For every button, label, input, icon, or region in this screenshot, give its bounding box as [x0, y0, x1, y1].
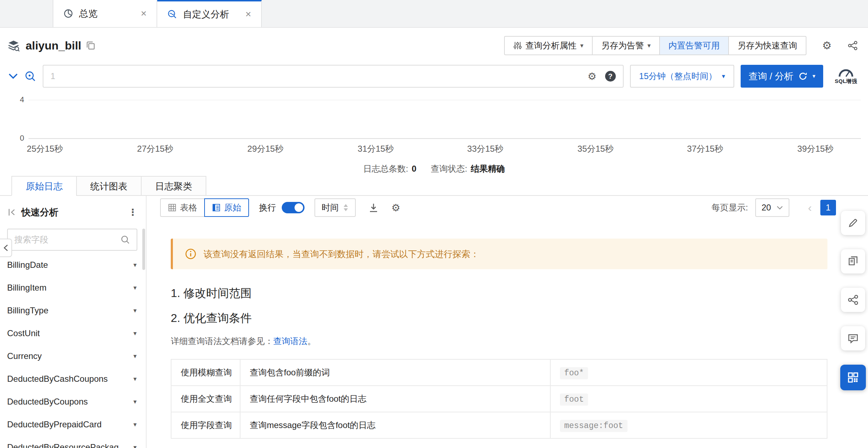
- copy-icon[interactable]: [86, 41, 95, 50]
- example-method-cell: 使用字段查询: [171, 412, 240, 438]
- pie-chart-icon: [63, 9, 73, 19]
- empty-result-area: 该查询没有返回结果，当查询不到数据时，请尝试以下方式进行探索： 1. 修改时间范…: [147, 219, 868, 439]
- console-apps-button[interactable]: [840, 365, 866, 390]
- search-history-icon[interactable]: [24, 70, 36, 82]
- collapse-panel-handle[interactable]: [0, 239, 12, 257]
- page-size-label: 每页显示:: [711, 202, 748, 213]
- field-row[interactable]: Currency▾: [0, 345, 146, 368]
- query-input[interactable]: [62, 66, 579, 87]
- y-tick: 4: [11, 95, 24, 104]
- y-tick: 0: [11, 134, 24, 143]
- table-view-button[interactable]: 表格: [160, 198, 205, 217]
- query-analyze-button[interactable]: 查询 / 分析 ▾: [741, 65, 823, 88]
- feedback-pencil-button[interactable]: [841, 211, 865, 235]
- tab-overview[interactable]: 总览 ×: [53, 0, 157, 27]
- settings-gear-icon[interactable]: ⚙: [822, 40, 832, 51]
- prev-page-icon[interactable]: ‹: [808, 202, 812, 213]
- field-row[interactable]: DeductedByResourcePackag▾: [0, 436, 146, 448]
- x-tick: 33分15秒: [467, 143, 503, 155]
- caret-down-icon: ▾: [133, 353, 137, 359]
- share-page-button[interactable]: [841, 288, 865, 312]
- collapse-panel-icon[interactable]: [7, 208, 16, 217]
- field-row[interactable]: BillingItem▾: [0, 276, 146, 299]
- tab-custom-analysis-label: 自定义分析: [183, 8, 229, 21]
- tab-raw-logs[interactable]: 原始日志: [11, 176, 77, 196]
- example-code-cell: message:foot: [550, 412, 827, 438]
- field-row[interactable]: DeductedByPrepaidCard▾: [0, 413, 146, 436]
- example-desc-cell: 查询message字段包含foot的日志: [240, 412, 550, 438]
- share-icon[interactable]: [847, 40, 858, 51]
- query-bar: 1 ⚙ ? 15分钟（整点时间） ▾ 查询 / 分析 ▾ SQL增强: [0, 63, 868, 89]
- sql-enhance-toggle[interactable]: SQL增强: [830, 68, 862, 85]
- close-icon[interactable]: ×: [141, 9, 147, 19]
- download-icon[interactable]: [369, 203, 379, 213]
- close-icon[interactable]: ×: [245, 9, 251, 19]
- field-row[interactable]: DeductedByCoupons▾: [0, 390, 146, 413]
- builtin-alert-button[interactable]: 内置告警可用: [659, 36, 729, 55]
- save-as-alert-button[interactable]: 另存为告警 ▾: [592, 36, 660, 55]
- tab-custom-analysis[interactable]: 自定义分析 ×: [157, 0, 262, 27]
- caret-down-icon: ▾: [133, 421, 137, 428]
- raw-view-button[interactable]: 原始: [204, 198, 249, 217]
- help-icon[interactable]: ?: [605, 71, 616, 82]
- time-sort-button[interactable]: 时间: [314, 198, 356, 217]
- field-row[interactable]: BillingDate▾: [0, 254, 146, 276]
- refresh-icon: [798, 72, 808, 81]
- table-row: 使用字段查询 查询message字段包含foot的日志 message:foot: [171, 412, 827, 438]
- table-grid-icon: [168, 203, 176, 212]
- qr-grid-icon: [847, 371, 859, 384]
- book-icon: [847, 256, 859, 267]
- log-histogram: 4 0 25分15秒 27分15秒 29分15秒 31分15秒 33分15秒 3…: [0, 92, 868, 156]
- x-tick: 27分15秒: [137, 143, 173, 155]
- line-number: 1: [51, 71, 55, 81]
- suggestion-step-1: 1. 修改时间范围: [171, 286, 827, 301]
- sidebar-scrollbar[interactable]: [142, 229, 145, 270]
- save-as-quick-query-button[interactable]: 另存为快速查询: [728, 36, 806, 55]
- sort-arrows-icon: [343, 203, 349, 212]
- field-search-input[interactable]: [14, 235, 116, 245]
- query-syntax-link[interactable]: 查询语法: [273, 336, 307, 346]
- query-editor[interactable]: 1 ⚙ ?: [43, 65, 624, 88]
- header-button-group: 查询分析属性 ▾ 另存为告警 ▾ 内置告警可用 另存为快速查询: [504, 36, 806, 55]
- field-list: BillingDate▾ BillingItem▾ BillingType▾ C…: [0, 254, 146, 448]
- raw-logs-content: 表格 原始 换行 时间: [147, 196, 868, 448]
- editor-settings-gear-icon[interactable]: ⚙: [587, 71, 596, 82]
- current-page-button[interactable]: 1: [820, 200, 836, 215]
- field-row[interactable]: DeductedByCashCoupons▾: [0, 368, 146, 390]
- caret-down-icon: ▾: [580, 42, 583, 49]
- field-row[interactable]: CostUnit▾: [0, 322, 146, 345]
- suggestion-step-2: 2. 优化查询条件: [171, 311, 827, 326]
- x-tick: 39分15秒: [797, 143, 833, 155]
- field-row[interactable]: BillingType▾: [0, 299, 146, 322]
- more-options-icon[interactable]: ⋮: [128, 208, 137, 217]
- display-settings-gear-icon[interactable]: ⚙: [391, 202, 400, 214]
- sliders-icon: [513, 41, 522, 50]
- wrap-label: 换行: [259, 202, 276, 213]
- x-tick: 35分15秒: [577, 143, 613, 155]
- analysis-icon: [167, 9, 177, 19]
- quick-analysis-panel: 快速分析 ⋮ BillingDate▾ BillingItem▾ Billing…: [0, 196, 147, 448]
- quick-analysis-title: 快速分析: [21, 206, 58, 219]
- wrap-toggle[interactable]: [282, 202, 305, 213]
- table-row: 使用全文查询 查询任何字段中包含foot的日志 foot: [171, 386, 827, 412]
- docs-button[interactable]: [841, 249, 865, 274]
- query-attr-button[interactable]: 查询分析属性 ▾: [504, 36, 593, 55]
- tab-statistics-charts[interactable]: 统计图表: [76, 176, 142, 196]
- page-size-select[interactable]: 20: [755, 198, 790, 217]
- pencil-icon: [847, 217, 859, 229]
- tab-overview-label: 总览: [79, 7, 97, 20]
- search-icon[interactable]: [120, 235, 130, 245]
- share-icon: [847, 294, 859, 306]
- result-tabs: 原始日志 统计图表 日志聚类: [0, 176, 868, 196]
- caret-down-icon: ▾: [647, 42, 651, 49]
- feedback-chat-button[interactable]: [841, 326, 865, 350]
- logstore-icon: [7, 39, 20, 52]
- logstore-header: aliyun_bill 查询分析属性 ▾ 另存为告警 ▾ 内置告警可用: [0, 28, 868, 63]
- tab-log-clustering[interactable]: 日志聚类: [141, 176, 206, 196]
- query-examples-table: 使用模糊查询 查询包含foo前缀的词 foo* 使用全文查询 查询任何字段中包含…: [171, 359, 827, 439]
- caret-down-icon: ▾: [133, 307, 137, 314]
- example-code-cell: foo*: [550, 359, 827, 386]
- collapse-editor-chevron-icon[interactable]: [9, 73, 18, 79]
- total-count-value: 0: [412, 164, 416, 174]
- time-range-select[interactable]: 15分钟（整点时间） ▾: [630, 65, 735, 88]
